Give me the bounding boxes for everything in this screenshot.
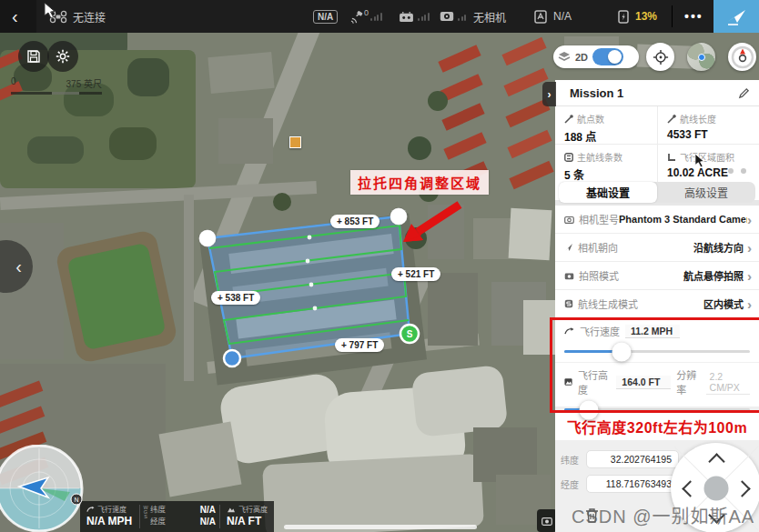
tab-advanced-settings[interactable]: 高级设置 [657,182,755,203]
longitude-label: 经度 [561,477,581,491]
speed-icon [86,506,95,513]
chevron-right-icon: › [548,88,552,101]
tab-basic-settings[interactable]: 基础设置 [559,182,657,203]
pagination-dots [728,168,746,174]
resolution-value: 2.2 CM/PX [706,370,750,395]
waypoint-icon [564,115,573,124]
edge-length-right: + 521 FT [391,267,440,281]
speed-slider-thumb[interactable] [612,342,632,361]
flight-sliders: 飞行速度 11.2 MPH 飞行高度 164.0 FT 分辨率 2.2 CM/P… [555,318,759,407]
home-indicator [284,525,477,529]
nudge-up-button[interactable] [708,453,724,469]
telemetry-lat-value: N/A [200,504,216,516]
telemetry-lng-value: N/A [200,516,216,527]
rc-signal-bars [418,12,430,21]
gps-count: 0 [364,8,369,17]
more-button[interactable]: ••• [684,9,703,24]
corner-handle-top-left[interactable] [199,230,217,247]
speed-slider-track[interactable] [564,350,750,353]
corner-handle-top-right[interactable] [390,208,408,226]
chevron-right-icon: › [747,213,752,226]
north-badge: N [71,494,82,505]
altitude-slider-row: 飞行高度 164.0 FT 分辨率 2.2 CM/PX [555,362,759,405]
latitude-label: 纬度 [561,453,581,467]
mouse-cursor [694,153,707,169]
svg-text:N: N [74,497,78,503]
waypoint-dot [313,306,318,311]
altitude-slider-thumb[interactable] [579,400,598,419]
telemetry-bar: 飞行速度 N/A MPH WGS 纬度N/A 经度N/A 飞行高度 N/A FT [80,501,274,532]
altitude-slider-track[interactable] [564,408,750,411]
start-point-marker[interactable]: S [400,325,419,343]
stat-waypoints: 航点数 188 点 [555,106,657,145]
camera-icon [564,216,574,224]
telemetry-lng-label: 经度 [150,516,166,527]
ruler-icon [667,153,676,162]
telemetry-speed-label: 飞行速度 [97,504,126,514]
waypoint-dot [309,283,314,287]
altitude-icon [564,377,572,386]
drag-hint-annotation: 拉托四角调整区域 [350,170,489,195]
nudge-right-button[interactable] [734,480,750,497]
stat-route-length: 航线长度 4533 FT [657,106,759,145]
nudge-left-button[interactable] [682,480,698,497]
edge-length-left: + 538 FT [211,291,260,305]
telemetry-alt-value: N/A FT [227,515,268,527]
watermark: CSDN @一别如斯AA [572,502,754,528]
gps-signal-bars [370,12,382,21]
speed-slider-row: 飞行速度 11.2 MPH [555,319,759,362]
connection-status: 无连接 [73,9,106,25]
nudge-center-button[interactable] [703,476,728,500]
longitude-field[interactable]: 118.716763493 [586,475,679,493]
chevron-right-icon: › [747,297,752,311]
takeoff-button[interactable] [713,0,759,33]
heading-icon [564,243,573,252]
row-camera-model[interactable]: 相机型号 Phantom 3 Standard Camera › [555,206,759,234]
row-route-mode[interactable]: 航线生成模式 区内模式 › [555,290,759,318]
annotation-arrow [403,205,460,242]
corner-handle-bottom-left[interactable] [224,350,240,366]
back-button[interactable]: ‹ [12,6,18,27]
telemetry-alt-label: 飞行高度 [238,504,268,514]
battery-icon [617,9,630,25]
waypoint-dot [306,259,310,264]
chevron-right-icon: › [747,241,752,255]
photo-mode-icon [564,272,574,280]
attitude-indicator: N [0,445,86,532]
remote-controller-icon [399,11,414,23]
mouse-cursor [44,2,58,20]
camera-dock-icon [537,509,557,532]
flight-mode-icon [533,9,548,25]
resolution-label: 分辨率 [676,367,700,396]
stat-main-lines: 主航线条数 5 条 [555,145,657,182]
waypoint-dot [308,236,312,240]
panel-collapse-tab[interactable]: › [542,82,556,106]
wgs-label: WGS [140,501,148,532]
row-camera-heading[interactable]: 相机朝向 沿航线方向 › [555,234,759,262]
serpentine-icon [564,153,573,162]
speed-icon [564,326,574,336]
flight-mode-value: N/A [553,10,572,23]
edge-length-top: + 853 FT [330,215,380,228]
route-mode-icon [564,299,573,308]
row-photo-mode[interactable]: 拍照模式 航点悬停拍照 › [555,262,759,290]
status-bar: ‹ 无连接 N/A 0 无相机 [0,0,759,33]
telemetry-speed-value: N/A MPH [86,515,134,527]
svg-text:S: S [407,329,413,339]
status-na-badge: N/A [313,10,338,24]
telemetry-lat-label: 纬度 [150,504,166,516]
route-length-icon [667,115,676,124]
speed-value: 11.2 MPH [625,325,680,338]
latitude-field[interactable]: 32.202764195 [586,450,679,468]
mission-stats: 航点数 188 点 航线长度 4533 FT 主航线条数 5 条 飞行区域面积 … [555,106,759,179]
camera-signal-bars [458,12,466,21]
altitude-icon [227,506,236,513]
battery-percent: 13% [635,10,657,23]
camera-status: 无相机 [473,9,506,25]
satellite-icon [349,10,365,24]
stat-area: 飞行区域面积 10.02 ACRE [657,145,759,182]
edit-icon[interactable] [738,87,750,99]
chevron-right-icon: › [747,269,752,283]
edge-length-bottom: + 797 FT [335,338,384,352]
takeoff-plane-icon [725,7,747,25]
